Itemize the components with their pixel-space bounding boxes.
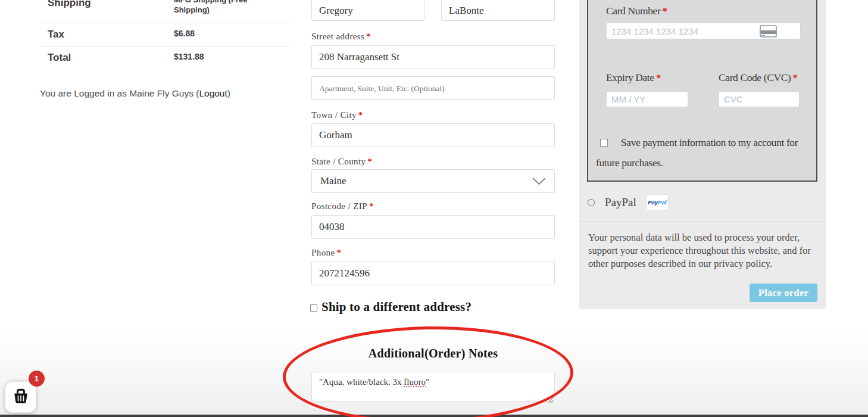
last-name-input[interactable] <box>441 0 555 21</box>
required-asterisk: * <box>367 157 372 166</box>
place-order-button[interactable]: Place order <box>750 284 817 302</box>
login-status-text: You are Logged in as Maine Fly Guys ( <box>40 88 199 98</box>
state-select[interactable]: Maine <box>311 169 555 193</box>
save-payment-row: Save payment information to my account f… <box>596 132 811 173</box>
privacy-notice: Your personal data will be used to proce… <box>588 231 814 270</box>
required-asterisk: * <box>662 5 667 17</box>
required-asterisk: * <box>656 71 661 83</box>
phone-input[interactable] <box>311 262 555 285</box>
postcode-label: Postcode / ZIP* <box>311 201 374 211</box>
footer-top-bar <box>0 415 868 417</box>
textarea-resize-handle[interactable] <box>547 395 554 406</box>
notes-text: "Aqua, white/black, 3x <box>319 377 404 387</box>
town-city-label: Town / City* <box>311 110 363 120</box>
postcode-input[interactable] <box>311 215 555 239</box>
summary-row-total: Total $131.88 <box>40 46 290 69</box>
order-notes-heading: Additional(Order) Notes <box>311 347 555 360</box>
ship-different-label: Ship to a different address? <box>321 300 472 315</box>
town-city-input[interactable] <box>311 123 555 147</box>
required-asterisk: * <box>366 32 371 41</box>
shipping-label: Shipping <box>40 0 174 14</box>
street-address-input[interactable] <box>311 45 555 69</box>
ship-different-checkbox[interactable] <box>310 304 317 312</box>
paypal-logo[interactable]: PayPal <box>646 194 669 210</box>
required-asterisk: * <box>369 201 374 211</box>
phone-label: Phone* <box>311 248 341 258</box>
summary-row-tax: Tax $6.88 <box>40 23 290 46</box>
shipping-value: MFG Shipping (Free Shipping) <box>174 0 275 23</box>
card-code-input[interactable] <box>719 91 800 107</box>
paypal-option-row: PayPal PayPal <box>588 194 669 210</box>
login-status: You are Logged in as Maine Fly Guys (Log… <box>40 88 230 99</box>
payment-column: Card Number* Expiry Date* Card Code (CVC… <box>579 0 826 309</box>
save-payment-checkbox[interactable] <box>600 139 608 147</box>
total-label: Total <box>40 46 174 69</box>
notes-misspelled-word: fluoro <box>404 377 426 387</box>
street-address-label: Street address* <box>311 32 371 42</box>
required-asterisk: * <box>358 110 363 120</box>
order-notes-textarea[interactable]: "Aqua, white/black, 3x fluoro" <box>311 372 555 402</box>
state-county-label: State / County* <box>311 157 372 167</box>
checkout-page: Shipping MFG Shipping (Free Shipping) Ta… <box>0 0 868 417</box>
cart-button[interactable] <box>5 381 36 413</box>
tax-value: $6.88 <box>174 23 290 43</box>
expiry-date-input[interactable] <box>606 91 688 107</box>
paypal-radio[interactable] <box>588 199 595 206</box>
card-code-label: Card Code (CVC)* <box>719 71 798 84</box>
cart-count-badge[interactable]: 1 <box>29 371 45 387</box>
first-name-input[interactable] <box>311 0 424 21</box>
total-value: $131.88 <box>174 46 290 67</box>
expiry-date-label: Expiry Date* <box>606 71 661 84</box>
credit-card-icon <box>760 25 777 40</box>
save-payment-label: Save payment information to my account f… <box>596 136 798 169</box>
state-selected-value: Maine <box>320 175 346 187</box>
order-summary-table: Shipping MFG Shipping (Free Shipping) Ta… <box>40 0 290 69</box>
chevron-down-icon <box>532 178 546 185</box>
cart-basket-icon <box>11 387 30 407</box>
credit-card-panel: Card Number* Expiry Date* Card Code (CVC… <box>587 0 817 182</box>
apartment-input[interactable] <box>311 76 555 100</box>
tax-label: Tax <box>40 23 174 46</box>
logout-link[interactable]: Logout <box>199 88 227 98</box>
card-number-label: Card Number* <box>606 5 667 17</box>
ship-different-address-row: Ship to a different address? <box>310 300 472 315</box>
required-asterisk: * <box>337 248 342 257</box>
summary-row-shipping: Shipping MFG Shipping (Free Shipping) <box>40 0 290 23</box>
paypal-label: PayPal <box>605 196 636 209</box>
required-asterisk: * <box>792 71 797 83</box>
notes-text-end: " <box>426 377 429 387</box>
login-status-text-end: ) <box>227 88 230 98</box>
privacy-section: Your personal data will be used to proce… <box>579 221 826 270</box>
